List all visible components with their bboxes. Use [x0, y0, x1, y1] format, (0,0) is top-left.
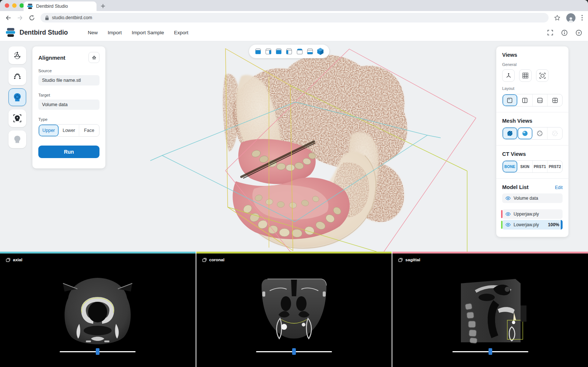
axial-slider-thumb[interactable]: [96, 348, 99, 355]
sagittal-slider-thumb[interactable]: [489, 348, 492, 355]
mesh-points-button[interactable]: [547, 127, 562, 139]
ct-bone-button[interactable]: BONE: [503, 161, 518, 172]
axial-slice-image[interactable]: [42, 269, 153, 348]
coronal-slider-thumb[interactable]: [292, 348, 296, 355]
ct-views-segment: BONE SKIN PRST1 PRST2: [502, 160, 563, 173]
browser-profile-avatar[interactable]: [566, 13, 575, 22]
menu-new[interactable]: New: [88, 30, 98, 35]
cube-left-view-button[interactable]: [274, 47, 283, 56]
dental-arch-icon: [13, 71, 22, 81]
grid-icon: [522, 72, 529, 79]
run-button[interactable]: Run: [38, 146, 99, 158]
sagittal-slice-slider[interactable]: [452, 348, 528, 355]
bookmark-star-icon[interactable]: [554, 15, 560, 21]
close-window-button[interactable]: [5, 3, 9, 8]
axial-slice-slider[interactable]: [60, 348, 136, 355]
dentbird-studio-window: Dentbird Studio studio.dentbird.com: [0, 0, 588, 367]
model-row-volume-data[interactable]: Volume data: [502, 193, 563, 203]
general-label: General: [502, 62, 563, 67]
mesh-solid-sphere-icon: [522, 130, 528, 137]
app-header: Dentbird Studio New Import Import Sample…: [0, 24, 588, 41]
sagittal-slice-image[interactable]: [435, 269, 546, 348]
center-focus-button[interactable]: [536, 69, 549, 82]
head-alignment-icon: [12, 92, 22, 102]
ct-prst2-button[interactable]: PRST2: [547, 161, 562, 172]
face-scan-tool-button[interactable]: [8, 109, 26, 127]
target-field[interactable]: Volume data: [38, 99, 99, 110]
cube-right-view-button[interactable]: [285, 47, 293, 56]
forward-button[interactable]: [17, 15, 23, 21]
collapse-panel-button[interactable]: [88, 52, 99, 63]
coronal-slice-slider[interactable]: [256, 348, 332, 355]
browser-tab-strip: Dentbird Studio: [0, 0, 588, 11]
cube-back-view-button[interactable]: [264, 47, 273, 56]
focus-circle-icon: [539, 72, 546, 79]
coronal-accent-bar: [196, 252, 392, 254]
layout-quad-button[interactable]: [547, 94, 562, 106]
axes-view-button[interactable]: [502, 69, 515, 82]
mesh-wireframe-button[interactable]: [533, 127, 548, 139]
visibility-eye-icon[interactable]: [505, 196, 511, 200]
address-bar[interactable]: studio.dentbird.com: [41, 13, 549, 22]
visibility-eye-icon[interactable]: [505, 223, 511, 227]
ct-prst1-button[interactable]: PRST1: [533, 161, 548, 172]
layout-two-column-button[interactable]: [518, 94, 533, 106]
layout-label: Layout: [502, 86, 563, 91]
mesh-textured-button[interactable]: [503, 127, 518, 139]
ct-views-title: CT Views: [502, 151, 563, 157]
model-label: Upperjaw.ply: [514, 212, 539, 217]
cube-isometric-icon: [316, 47, 325, 56]
fullscreen-icon[interactable]: [547, 29, 553, 36]
model-row-upperjaw[interactable]: Upperjaw.ply: [502, 209, 563, 219]
views-title: Views: [502, 52, 563, 58]
new-tab-button[interactable]: [99, 3, 106, 9]
type-lower-button[interactable]: Lower: [59, 125, 79, 136]
opacity-value: 100%: [548, 222, 559, 227]
dental-arch-tool-button[interactable]: [8, 67, 26, 85]
info-icon[interactable]: [561, 29, 568, 36]
dentbird-logo: [6, 28, 16, 37]
mesh-solid-button[interactable]: [518, 127, 533, 139]
model-row-lowerjaw[interactable]: Lowerjaw.ply 100%: [502, 220, 563, 230]
cube-top-view-button[interactable]: [295, 47, 304, 56]
model-list-title: Model List: [502, 184, 529, 190]
menu-import-sample[interactable]: Import Sample: [132, 30, 164, 35]
orientation-tool-button[interactable]: [8, 46, 26, 64]
reload-button[interactable]: [29, 15, 35, 21]
source-field[interactable]: Studio file name.stl: [38, 75, 99, 85]
back-button[interactable]: [5, 15, 11, 21]
cube-left-icon: [274, 47, 283, 56]
menu-import[interactable]: Import: [108, 30, 122, 35]
left-tool-rail: [8, 46, 26, 148]
source-label: Source: [38, 69, 99, 73]
coronal-slice-panel: coronal: [196, 252, 392, 367]
minimize-window-button[interactable]: [12, 3, 17, 8]
eject-icon: [92, 55, 97, 60]
coronal-slice-image[interactable]: [239, 269, 349, 348]
head-alignment-tool-button[interactable]: [8, 88, 26, 106]
cube-bottom-icon: [306, 47, 314, 56]
visibility-eye-icon[interactable]: [505, 212, 511, 216]
type-upper-button[interactable]: Upper: [39, 125, 59, 136]
cube-bottom-view-button[interactable]: [306, 47, 314, 56]
cube-front-view-button[interactable]: [254, 47, 262, 56]
opacity-slider-grip[interactable]: [561, 220, 563, 230]
help-icon[interactable]: ?: [575, 29, 582, 36]
ct-skin-button[interactable]: SKIN: [518, 161, 533, 172]
type-face-button[interactable]: Face: [79, 125, 99, 136]
grid-view-button[interactable]: [519, 69, 532, 82]
layout-single-button[interactable]: [503, 94, 518, 106]
menu-export[interactable]: Export: [174, 30, 188, 35]
mesh-wireframe-sphere-icon: [536, 130, 543, 137]
expand-window-icon[interactable]: [398, 258, 403, 262]
browser-tab[interactable]: Dentbird Studio: [24, 1, 97, 11]
expand-window-icon[interactable]: [202, 258, 207, 262]
browser-menu-kebab-icon[interactable]: [581, 15, 583, 21]
alignment-panel-title: Alignment: [38, 55, 65, 61]
expand-window-icon[interactable]: [6, 258, 10, 262]
model-list-edit-link[interactable]: Edit: [555, 185, 563, 190]
layout-main-bottom-button[interactable]: [533, 94, 548, 106]
skull-tool-button[interactable]: [8, 130, 26, 148]
cube-isometric-view-button[interactable]: [316, 47, 325, 56]
mesh-points-sphere-icon: [552, 130, 558, 137]
